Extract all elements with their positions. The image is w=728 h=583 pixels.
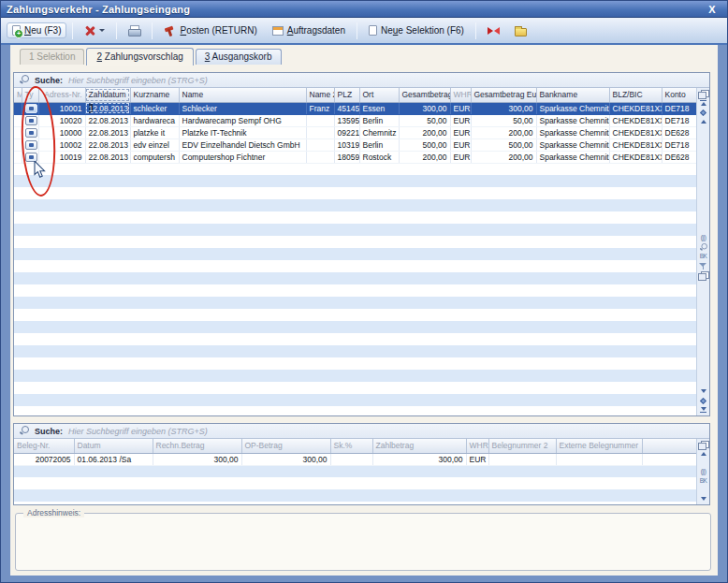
- cell-whr[interactable]: EUR: [450, 102, 471, 114]
- cell-plz[interactable]: 13595: [334, 114, 359, 126]
- column-header-beleg-nr[interactable]: Beleg-Nr.: [14, 439, 74, 453]
- tab-ausgangskorb[interactable]: 3 Ausgangskorb: [196, 49, 282, 65]
- column-header-name[interactable]: Name: [179, 88, 306, 102]
- column-header-kurzname[interactable]: Kurzname: [130, 88, 179, 102]
- cell-whr[interactable]: EUR: [450, 151, 471, 163]
- cell-gesamtbetrag-euro[interactable]: 200,00: [471, 151, 536, 163]
- cell-gesamtbetrag[interactable]: 200,00: [399, 151, 450, 163]
- cell-gesamtbetrag-euro[interactable]: 200,00: [471, 126, 536, 138]
- cell-blz-bic[interactable]: CHEKDE81XXX: [609, 102, 662, 114]
- cell-m[interactable]: [14, 102, 22, 114]
- cell-zahldatum[interactable]: 22.08.2013: [85, 114, 130, 126]
- vertical-scrollbar[interactable]: (||) BK: [696, 88, 709, 415]
- cell-zahldatum[interactable]: 22.08.2013: [85, 126, 130, 138]
- cell-beleg-nr[interactable]: 20072005: [14, 453, 74, 465]
- cell-kurzname[interactable]: hardwareca: [130, 114, 179, 126]
- cell-konto[interactable]: DE628: [662, 126, 697, 138]
- cell-zahldatum[interactable]: 22.08.2013: [85, 151, 130, 163]
- print-button[interactable]: [123, 22, 146, 38]
- column-header-blz-bic[interactable]: BLZ/BIC: [609, 88, 662, 102]
- column-header-empty[interactable]: [642, 439, 697, 453]
- cell-plz[interactable]: 10319: [334, 138, 359, 151]
- scroll-to-top-button[interactable]: [698, 98, 709, 108]
- column-header-bankname[interactable]: Bankname: [536, 88, 609, 102]
- cell-blz-bic[interactable]: CHEKDE81XXX: [609, 151, 662, 163]
- cell-konto[interactable]: DE628: [662, 151, 697, 163]
- search-bar[interactable]: Suche: Hier Suchbegriff eingeben (STRG+S…: [14, 73, 709, 88]
- cell-name[interactable]: Computershop Fichtner: [179, 151, 306, 163]
- cell-gesamtbetrag[interactable]: 300,00: [399, 102, 450, 114]
- auftragsdaten-button[interactable]: Auftragsdaten: [267, 22, 351, 38]
- table-row-selected[interactable]: 10001 12.08.2013 schlecker Schlecker Fra…: [14, 102, 697, 114]
- cell-name2[interactable]: [306, 126, 334, 138]
- cell-gesamtbetrag-euro[interactable]: 300,00: [471, 102, 536, 114]
- cell-bankname[interactable]: Sparkasse Chemnitz: [536, 102, 609, 114]
- table-row[interactable]: 10019 22.08.2013 computersh Computershop…: [14, 151, 697, 163]
- column-header-zahlbetrag[interactable]: Zahlbetrag: [372, 439, 466, 453]
- cell-ort[interactable]: Essen: [359, 102, 399, 114]
- column-width-button[interactable]: (||): [698, 467, 709, 476]
- neue-selektion-button[interactable]: Neue Selektion (F6): [363, 22, 470, 38]
- column-header-externe-belegnummer[interactable]: Externe Belegnummer: [556, 439, 642, 453]
- cell-kurzname[interactable]: edv einzel: [130, 138, 179, 151]
- cell-sk-prozent[interactable]: [330, 453, 372, 465]
- cell-ort[interactable]: Berlin: [359, 138, 399, 151]
- cell-name2[interactable]: [306, 138, 334, 151]
- cell-empty[interactable]: [642, 453, 697, 465]
- cell-ty[interactable]: [22, 102, 38, 114]
- cell-gesamtbetrag[interactable]: 200,00: [399, 126, 450, 138]
- column-header-belegnummer2[interactable]: Belegnummer 2: [488, 439, 556, 453]
- cell-konto[interactable]: DE718: [662, 114, 697, 126]
- cell-name2[interactable]: Franz: [306, 102, 334, 114]
- cell-name2[interactable]: [306, 151, 334, 163]
- table-row[interactable]: 20072005 01.06.2013 /Sa 300,00 300,00 30…: [14, 453, 697, 465]
- dropdown-caret-icon[interactable]: [99, 29, 105, 32]
- cell-bankname[interactable]: Sparkasse Chemnitz: [536, 114, 609, 126]
- cell-whr[interactable]: EUR: [466, 453, 488, 465]
- export-button[interactable]: [698, 270, 709, 280]
- cell-whr[interactable]: EUR: [450, 126, 471, 138]
- cell-bankname[interactable]: Sparkasse Chemnitz: [536, 138, 609, 151]
- cell-name[interactable]: Platzke IT-Technik: [179, 126, 306, 138]
- delete-button[interactable]: [79, 22, 110, 39]
- cell-externe-belegnummer[interactable]: [556, 453, 642, 465]
- column-header-konto[interactable]: Konto: [662, 88, 697, 102]
- cell-gesamtbetrag-euro[interactable]: 500,00: [471, 138, 536, 151]
- cell-belegnummer2[interactable]: [488, 453, 556, 465]
- cell-ty[interactable]: [22, 151, 38, 163]
- table-row[interactable]: 10000 22.08.2013 platzke it Platzke IT-T…: [14, 126, 697, 138]
- cell-adress-nr[interactable]: 10002: [38, 138, 85, 151]
- search-bar[interactable]: Suche: Hier Suchbegriff eingeben (STRG+S…: [14, 424, 709, 439]
- cell-m[interactable]: [14, 138, 22, 151]
- cell-ort[interactable]: Rostock: [359, 151, 399, 163]
- cell-datum[interactable]: 01.06.2013 /Sa: [74, 453, 153, 465]
- vertical-scrollbar[interactable]: (||) BK: [696, 439, 709, 504]
- column-chooser-icon[interactable]: [698, 89, 709, 98]
- column-chooser-icon[interactable]: [698, 440, 709, 449]
- cell-ort[interactable]: Chemnitz: [359, 126, 399, 138]
- cell-kurzname[interactable]: platzke it: [130, 126, 179, 138]
- scroll-to-bottom-button[interactable]: [698, 405, 709, 415]
- cell-name[interactable]: Schlecker: [179, 102, 306, 114]
- column-header-plz[interactable]: PLZ: [334, 88, 359, 102]
- cell-ty[interactable]: [22, 126, 38, 138]
- column-header-whr[interactable]: WHR: [466, 439, 488, 453]
- column-header-gesamtbetrag-euro[interactable]: Gesamtbetrag Euro: [471, 88, 536, 102]
- column-header-name2[interactable]: Name 2: [306, 88, 334, 102]
- cell-bankname[interactable]: Sparkasse Chemnitz: [536, 126, 609, 138]
- cell-adress-nr[interactable]: 10020: [38, 114, 85, 126]
- red-figure-button[interactable]: [482, 23, 505, 38]
- cell-blz-bic[interactable]: CHEKDE81XXX: [609, 114, 662, 126]
- cell-ort[interactable]: Berlin: [359, 114, 399, 126]
- filter-button[interactable]: [698, 261, 709, 270]
- posten-button[interactable]: Posten (RETURN): [158, 22, 262, 39]
- cell-whr[interactable]: EUR: [450, 138, 471, 151]
- cell-plz[interactable]: 18059: [334, 151, 359, 163]
- column-width-button[interactable]: (||): [698, 233, 709, 242]
- cell-name2[interactable]: [306, 114, 334, 126]
- column-header-ort[interactable]: Ort: [359, 88, 399, 102]
- table-row[interactable]: 10020 22.08.2013 hardwareca Hardwarecamp…: [14, 114, 697, 126]
- column-header-datum[interactable]: Datum: [74, 439, 153, 453]
- cell-kurzname[interactable]: schlecker: [130, 102, 179, 114]
- cell-m[interactable]: [14, 151, 22, 163]
